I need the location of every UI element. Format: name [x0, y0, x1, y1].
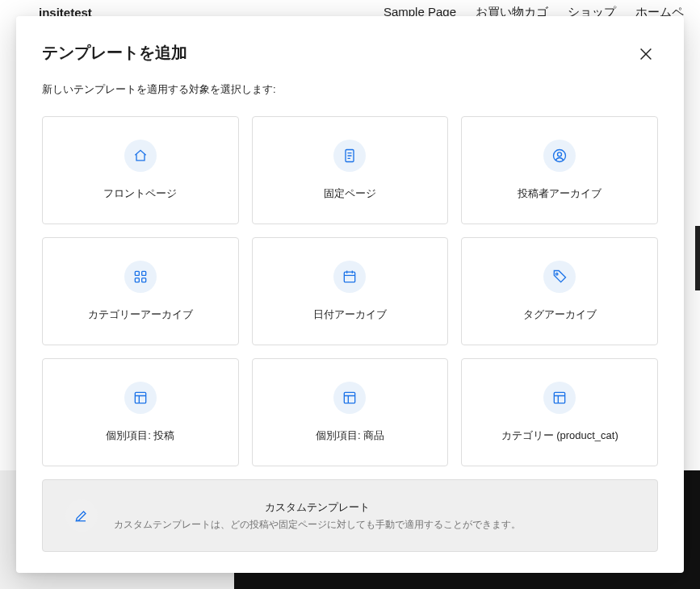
template-card-product-cat[interactable]: カテゴリー (product_cat) [461, 358, 658, 466]
svg-rect-11 [554, 392, 564, 403]
template-label: カテゴリーアーカイブ [88, 307, 193, 322]
template-label: フロントページ [103, 186, 177, 201]
add-template-modal: テンプレートを追加 新しいテンプレートを適用する対象を選択します: フロントペー… [16, 16, 684, 573]
bg-decoration [695, 226, 700, 290]
template-label: 投稿者アーカイブ [518, 186, 601, 201]
template-card-front-page[interactable]: フロントページ [42, 116, 239, 224]
svg-rect-9 [135, 392, 145, 403]
close-icon [637, 45, 655, 63]
author-icon [543, 140, 576, 172]
tag-icon [543, 261, 576, 293]
layout-icon [333, 382, 366, 414]
modal-header: テンプレートを追加 [42, 42, 658, 66]
custom-template-text: カスタムテンプレート カスタムテンプレートは、どの投稿や固定ページに対しても手動… [114, 500, 521, 532]
modal-title: テンプレートを追加 [42, 42, 187, 64]
template-card-page[interactable]: 固定ページ [252, 116, 449, 224]
pencil-icon [65, 499, 98, 532]
page-icon [333, 140, 366, 172]
home-icon [124, 140, 157, 172]
svg-point-8 [556, 273, 559, 275]
template-card-single-post[interactable]: 個別項目: 投稿 [42, 358, 239, 466]
template-label: 個別項目: 投稿 [106, 428, 174, 443]
svg-rect-6 [141, 278, 145, 282]
template-card-category-archive[interactable]: カテゴリーアーカイブ [42, 237, 239, 345]
modal-description: 新しいテンプレートを適用する対象を選択します: [42, 82, 658, 97]
svg-rect-4 [141, 271, 145, 275]
layout-icon [543, 382, 576, 414]
category-icon [124, 261, 157, 293]
calendar-icon [333, 261, 366, 293]
layout-icon [124, 382, 157, 414]
custom-template-card[interactable]: カスタムテンプレート カスタムテンプレートは、どの投稿や固定ページに対しても手動… [42, 479, 658, 552]
svg-rect-7 [345, 272, 355, 282]
svg-rect-5 [135, 278, 139, 282]
close-button[interactable] [634, 42, 658, 66]
svg-point-2 [558, 152, 562, 157]
custom-template-description: カスタムテンプレートは、どの投稿や固定ページに対しても手動で適用することができま… [114, 518, 521, 532]
template-card-tag-archive[interactable]: タグアーカイブ [461, 237, 658, 345]
template-label: タグアーカイブ [523, 307, 597, 322]
svg-rect-3 [135, 271, 139, 275]
svg-rect-10 [345, 392, 355, 403]
template-label: 固定ページ [324, 186, 376, 201]
template-grid: フロントページ 固定ページ 投稿者アーカイブ カテゴリーアーカイブ 日付アーカイ [42, 116, 658, 466]
template-label: カテゴリー (product_cat) [501, 428, 618, 443]
template-card-single-product[interactable]: 個別項目: 商品 [252, 358, 449, 466]
template-label: 個別項目: 商品 [316, 428, 384, 443]
template-label: 日付アーカイブ [313, 307, 387, 322]
custom-template-title: カスタムテンプレート [114, 500, 521, 515]
template-card-author-archive[interactable]: 投稿者アーカイブ [461, 116, 658, 224]
svg-point-1 [554, 150, 566, 162]
template-card-date-archive[interactable]: 日付アーカイブ [252, 237, 449, 345]
